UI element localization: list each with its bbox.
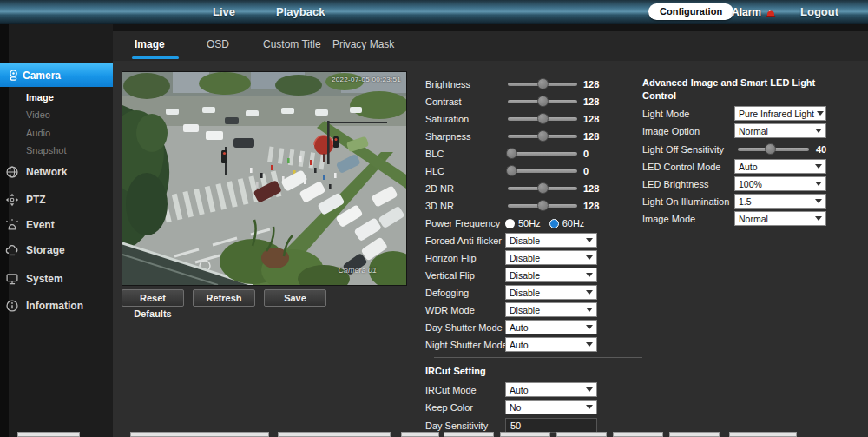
- led-brightness-select[interactable]: 100%: [734, 176, 826, 191]
- sidebar-item-network[interactable]: Network: [0, 163, 113, 181]
- hlc-slider[interactable]: [508, 169, 577, 173]
- street-intersection-image: [122, 72, 406, 285]
- saturation-slider[interactable]: [508, 117, 577, 121]
- sidebar-item-ptz[interactable]: PTZ: [0, 191, 113, 209]
- defogging-label: Defogging: [425, 284, 469, 301]
- light-on-illumination-value: 1.5: [739, 196, 752, 207]
- blc-slider-thumb[interactable]: [506, 148, 517, 159]
- sharpness-label: Sharpness: [425, 128, 471, 145]
- sharpness-slider[interactable]: [508, 135, 577, 138]
- nav-playback[interactable]: Playback: [276, 0, 325, 24]
- tab-custom-title[interactable]: Custom Title: [263, 31, 321, 61]
- vertical-flip-value: Disable: [510, 270, 540, 281]
- sharpness-slider-thumb[interactable]: [537, 130, 549, 142]
- top-bar: Live Playback Configuration Alarm Logout: [0, 0, 868, 24]
- cutoff-element: [729, 432, 797, 437]
- cutoff-element: [556, 432, 607, 437]
- wdr-mode-label: WDR Mode: [425, 301, 475, 319]
- tab-bar: Image OSD Custom Title Privacy Mask: [113, 31, 868, 61]
- wdr-mode-select[interactable]: Disable: [505, 302, 597, 317]
- chevron-down-icon: [586, 290, 593, 295]
- refresh-button[interactable]: Refresh: [193, 289, 255, 307]
- light-off-sensitivity-value: 40: [816, 141, 826, 158]
- image-option-value: Normal: [739, 126, 768, 136]
- sidebar-network-label: Network: [26, 166, 67, 178]
- information-icon: [5, 299, 19, 313]
- system-monitor-icon: [5, 272, 19, 286]
- blc-value: 0: [583, 145, 589, 162]
- chevron-down-icon: [586, 405, 593, 409]
- horizon-flip-select[interactable]: Disable: [505, 250, 597, 265]
- chevron-down-icon: [586, 325, 593, 329]
- nav-logout[interactable]: Logout: [800, 0, 838, 24]
- image-mode-select[interactable]: Normal: [734, 211, 826, 226]
- chevron-down-icon: [815, 199, 822, 203]
- defogging-value: Disable: [510, 288, 540, 298]
- radio-50hz-dot[interactable]: [505, 219, 515, 228]
- nr3d-slider-thumb[interactable]: [537, 200, 549, 211]
- cutoff-element: [669, 432, 720, 437]
- vertical-flip-label: Vertical Flip: [425, 267, 475, 284]
- chevron-down-icon: [586, 255, 593, 260]
- contrast-slider-thumb[interactable]: [537, 96, 549, 107]
- live-preview[interactable]: 2022-07-05 00:23:51 Camera 01: [122, 71, 407, 286]
- nav-configuration[interactable]: Configuration: [648, 3, 733, 20]
- ptz-pad-icon: [5, 193, 19, 207]
- radio-50hz[interactable]: 50Hz: [505, 218, 541, 228]
- night-shutter-mode-select[interactable]: Auto: [505, 337, 597, 352]
- tab-privacy-mask[interactable]: Privacy Mask: [332, 31, 394, 61]
- brightness-slider[interactable]: [508, 83, 577, 86]
- vertical-flip-select[interactable]: Disable: [505, 268, 597, 282]
- nr2d-slider-thumb[interactable]: [537, 182, 549, 194]
- light-mode-select[interactable]: Pure Infrared Light: [734, 106, 826, 121]
- power-frequency-radios: 50Hz 60Hz: [505, 215, 584, 232]
- sidebar-item-system[interactable]: System: [0, 270, 113, 288]
- sidebar-item-storage[interactable]: Storage: [0, 242, 113, 259]
- sidebar-item-audio[interactable]: Audio: [26, 127, 50, 139]
- reset-defaults-button[interactable]: Reset Defaults: [122, 289, 184, 307]
- sidebar: Camera Image Video Audio Snapshot Networ…: [0, 24, 113, 437]
- sidebar-item-video[interactable]: Video: [26, 109, 50, 121]
- hlc-slider-thumb[interactable]: [506, 165, 517, 176]
- nr2d-slider[interactable]: [508, 187, 577, 190]
- sidebar-item-camera[interactable]: Camera: [0, 63, 113, 87]
- alarm-label: Alarm: [732, 0, 761, 24]
- radio-60hz[interactable]: 60Hz: [549, 218, 585, 228]
- ircut-mode-label: IRCut Mode: [425, 381, 477, 399]
- sidebar-item-image[interactable]: Image: [26, 91, 54, 103]
- ircut-setting-heading: IRCut Setting: [425, 365, 486, 378]
- contrast-slider[interactable]: [508, 100, 577, 103]
- day-shutter-mode-select[interactable]: Auto: [505, 320, 597, 334]
- nav-alarm[interactable]: Alarm: [732, 0, 777, 24]
- save-button[interactable]: Save: [264, 289, 326, 307]
- sidebar-item-event[interactable]: Event: [0, 216, 113, 234]
- nr2d-value: 128: [583, 180, 599, 197]
- network-globe-icon: [5, 165, 19, 179]
- day-sensitivity-input[interactable]: [505, 418, 597, 433]
- image-option-select[interactable]: Normal: [734, 123, 826, 138]
- light-off-sensitivity-thumb[interactable]: [765, 143, 776, 155]
- ircut-mode-select[interactable]: Auto: [505, 382, 597, 397]
- alarm-siren-icon: [765, 6, 777, 18]
- saturation-slider-thumb[interactable]: [537, 113, 549, 124]
- light-on-illumination-select[interactable]: 1.5: [734, 194, 826, 209]
- light-on-illumination-label: Light On Illumination: [642, 193, 729, 210]
- tab-osd[interactable]: OSD: [207, 31, 229, 61]
- horizon-flip-value: Disable: [510, 253, 540, 263]
- defogging-select[interactable]: Disable: [505, 285, 597, 300]
- blc-slider[interactable]: [508, 152, 577, 156]
- sidebar-item-information[interactable]: Information: [0, 297, 113, 315]
- radio-60hz-dot[interactable]: [549, 219, 559, 228]
- brightness-value: 128: [583, 76, 599, 93]
- nav-live[interactable]: Live: [213, 0, 235, 24]
- led-control-mode-select[interactable]: Auto: [734, 159, 826, 174]
- forced-anti-flicker-select[interactable]: Disable: [505, 233, 597, 248]
- nr3d-slider[interactable]: [508, 204, 577, 208]
- light-off-sensitivity-slider[interactable]: [738, 148, 809, 151]
- sidebar-item-snapshot[interactable]: Snapshot: [26, 144, 66, 156]
- brightness-slider-thumb[interactable]: [537, 78, 549, 89]
- keep-color-select[interactable]: No: [505, 400, 597, 414]
- chevron-down-icon: [586, 238, 593, 242]
- horizon-flip-label: Horizon Flip: [425, 249, 477, 267]
- contrast-value: 128: [583, 93, 599, 110]
